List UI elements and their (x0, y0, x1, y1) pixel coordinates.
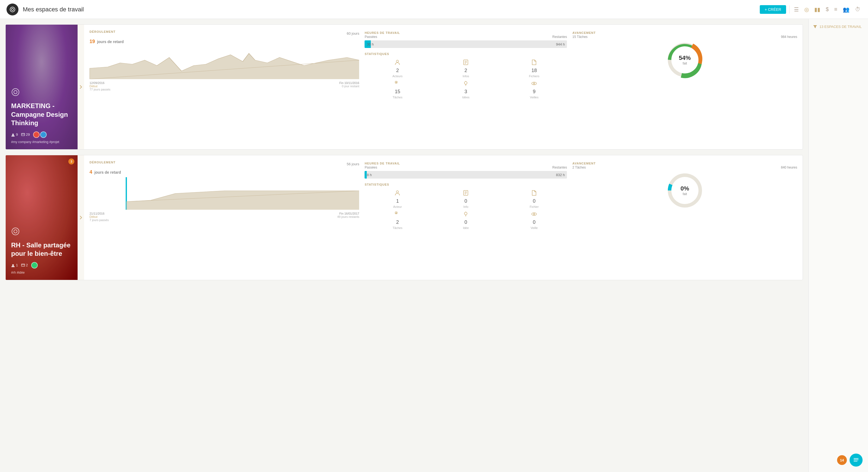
chart-dates: 12/09/2016 Début 77 jours passés Fin 10/… (90, 81, 359, 91)
svg-point-43 (533, 213, 535, 215)
stat-idees: 3 Idées (433, 80, 499, 99)
team-icon[interactable]: 👥 (842, 5, 850, 14)
passed-label-rh: Passées (365, 166, 377, 169)
clock-icon[interactable]: ⏱ (854, 5, 862, 13)
stat-fichiers-rh: 0 Fichier (501, 190, 567, 208)
infos-value: 2 (464, 68, 467, 73)
svg-point-0 (10, 7, 15, 12)
stat-infos-rh: 0 Info (433, 190, 499, 208)
avancement-hours: 984 heures (781, 35, 797, 39)
chat-float-button[interactable] (849, 453, 863, 467)
veilles-label-rh: Veille (531, 226, 538, 230)
veilles-icon (531, 80, 537, 88)
deroulement-title-rh: DÉROULEMENT (90, 161, 116, 164)
days-remaining-rh: 49 jours restants (337, 215, 359, 218)
avatar (40, 131, 46, 138)
donut-percentage-rh: 0% (681, 185, 689, 192)
stat-acteurs: 2 Acteurs (365, 59, 430, 78)
people-count: 9 (11, 133, 18, 137)
chart-container-rh (90, 177, 359, 210)
stats-row-top: DÉROULEMENT 60 jours 19 jours de retard (90, 30, 797, 99)
end-date-group-rh: Fin 16/01/2017 49 jours restants (337, 212, 359, 218)
svg-rect-5 (22, 133, 25, 136)
delay-label: jours de retard (97, 40, 124, 44)
svg-point-42 (532, 213, 536, 215)
chat-icon (853, 457, 859, 463)
fichiers-value-rh: 0 (533, 198, 535, 204)
notification-float-button[interactable]: 14 (837, 455, 847, 465)
menu-icon[interactable]: ☰ (793, 5, 800, 14)
project-thumbnail-rh[interactable]: 3 RH - Salle partagée pour le bien-être … (6, 155, 78, 280)
svg-marker-30 (126, 191, 360, 210)
remaining-label: Restantes (552, 35, 567, 39)
area-chart (90, 46, 359, 79)
veilles-value: 9 (533, 89, 535, 95)
infos-label-rh: Info (463, 205, 468, 208)
dollar-icon[interactable]: $ (825, 5, 830, 13)
messages-count-rh: 2 (21, 263, 28, 267)
logo[interactable] (6, 3, 19, 15)
filter-bar[interactable]: 13 ESPACES DE TRAVAIL (813, 24, 864, 29)
thumbnail-meta-rh: 1 2 (11, 262, 72, 269)
deroulement-section-rh: DÉROULEMENT 56 jours 4 jours de retard (90, 161, 359, 230)
start-date-group: 12/09/2016 Début 77 jours passés (90, 81, 111, 91)
project-row-rh: 3 RH - Salle partagée pour le bien-être … (5, 155, 803, 280)
stat-fichiers: 18 Fichiers (501, 59, 567, 78)
days-passed: 77 jours passés (90, 88, 111, 91)
deroulement-header-rh: DÉROULEMENT 56 jours (90, 161, 359, 167)
acteurs-value: 2 (396, 68, 399, 73)
acteurs-value-rh: 1 (396, 198, 399, 204)
project-thumbnail-marketing[interactable]: MARKETING - Campagne Design Thinking 9 2… (6, 25, 78, 149)
main-content: MARKETING - Campagne Design Thinking 9 2… (0, 19, 868, 472)
target-icon[interactable]: ◎ (803, 5, 810, 14)
avancement-section-rh: AVANCEMENT 2 Tâches 840 heures (572, 161, 797, 230)
svg-rect-48 (854, 461, 858, 462)
infos-value-rh: 0 (464, 198, 467, 204)
hours-values-rh: 8 h 832 h (365, 171, 567, 178)
remaining-label-rh: Restantes (552, 166, 567, 169)
expand-arrow[interactable] (78, 25, 84, 149)
list-icon[interactable]: ≡ (833, 5, 838, 13)
stats-title-rh: STATISTIQUES (365, 183, 389, 186)
chart-dates-rh: 21/11/2016 Début 7 jours passés Fin 16/0… (90, 212, 359, 222)
header-left: Mes espaces de travail (6, 3, 84, 15)
stats-row-rh: DÉROULEMENT 56 jours 4 jours de retard (90, 161, 797, 230)
donut-meta-rh: 2 Tâches 840 heures (572, 166, 797, 169)
donut-meta: 15 Tâches 984 heures (572, 35, 797, 39)
hours-values: 30 h 944 h (365, 40, 567, 48)
heures-title-rh: HEURES DE TRAVAIL (365, 162, 400, 165)
svg-rect-47 (854, 460, 859, 460)
project-stats-marketing: DÉROULEMENT 60 jours 19 jours de retard (84, 25, 803, 149)
expand-arrow-rh[interactable] (78, 155, 84, 280)
hours-bar: 30 h 944 h (365, 40, 567, 48)
messages-count: 29 (21, 133, 30, 137)
stat-idees-rh: 0 Idée (433, 211, 499, 230)
avancement-tasks: 15 Tâches (572, 35, 588, 39)
svg-point-15 (464, 81, 467, 84)
idees-value: 3 (464, 89, 467, 95)
donut-container-rh: 0% fait (572, 171, 797, 209)
delay-number-rh: 4 (90, 169, 92, 175)
acteurs-label-rh: Acteur (393, 205, 402, 208)
area-chart-rh (90, 177, 359, 210)
end-date-group: Fin 10/11/2016 0 jour restant (339, 81, 359, 88)
svg-point-2 (12, 89, 19, 96)
chart-icon[interactable]: ▮▮ (813, 5, 822, 14)
idees-label-rh: Idée (463, 226, 469, 230)
svg-point-3 (14, 91, 17, 94)
days-remaining: 0 jour restant (339, 85, 359, 88)
stat-taches: 15 Tâches (365, 80, 430, 99)
stat-acteurs-rh: 1 Acteur (365, 190, 430, 208)
acteurs-icon-rh (394, 190, 400, 197)
svg-rect-46 (854, 458, 859, 459)
idees-icon (463, 80, 469, 88)
stats-title: STATISTIQUES (365, 52, 389, 56)
svg-point-32 (396, 191, 399, 193)
project-icon-rh (11, 227, 72, 238)
infos-label: Infos (463, 74, 469, 78)
veilles-label: Veilles (530, 96, 538, 99)
svg-point-38 (464, 212, 467, 215)
create-button[interactable]: + CRÉER (760, 5, 786, 14)
taches-icon (394, 80, 400, 88)
filter-icon (813, 24, 817, 29)
